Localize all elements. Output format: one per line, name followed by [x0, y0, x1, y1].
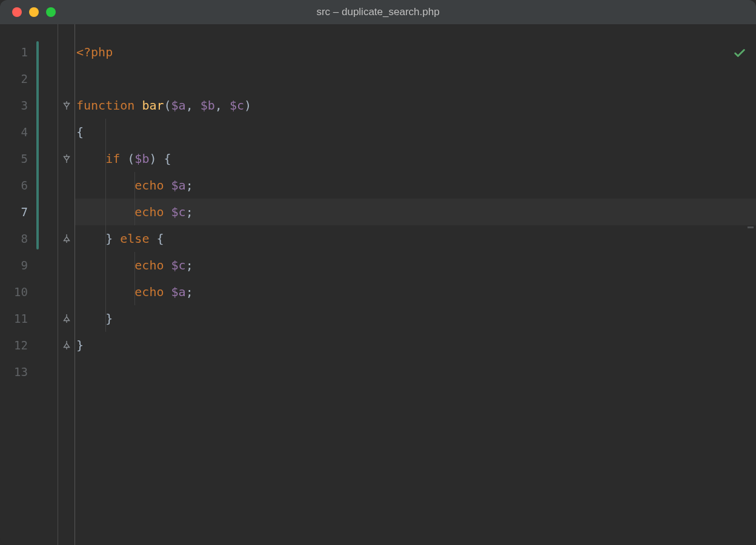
indent-guide	[134, 252, 135, 279]
code-token: {	[76, 119, 84, 145]
code-token: {	[164, 145, 171, 172]
code-token: if	[105, 145, 127, 172]
code-area[interactable]: <?phpfunction bar($a, $b, $c){ if ($b) {…	[75, 24, 756, 545]
code-token: {	[156, 225, 164, 252]
line-number[interactable]: 12	[0, 332, 28, 358]
editor-window: src – duplicate_search.php 1234567891011…	[0, 0, 756, 545]
code-line[interactable]: {	[75, 119, 756, 145]
code-token	[76, 305, 105, 332]
code-editor[interactable]: 12345678910111213 <?phpfunction bar($a, …	[0, 24, 756, 545]
code-token: $a	[171, 172, 186, 199]
code-token: $c	[230, 92, 244, 119]
code-token: <?php	[76, 39, 113, 65]
indent-guide	[105, 225, 106, 252]
fold-expand-icon[interactable]	[62, 234, 71, 243]
code-token: ;	[186, 252, 193, 279]
fold-collapse-icon[interactable]	[62, 154, 71, 163]
indent-guide	[105, 199, 106, 225]
window-title: src – duplicate_search.php	[0, 6, 756, 18]
line-number[interactable]: 11	[0, 305, 28, 332]
code-token: )	[149, 145, 164, 172]
code-token: echo	[134, 172, 171, 199]
gutter-line-numbers[interactable]: 12345678910111213	[0, 24, 36, 545]
code-line[interactable]: echo $a;	[75, 279, 756, 305]
indent-guide	[105, 305, 106, 332]
code-token	[76, 145, 105, 172]
line-number[interactable]: 6	[0, 172, 28, 199]
code-token: )	[244, 92, 251, 119]
indent-guide	[105, 172, 106, 199]
line-number[interactable]: 4	[0, 119, 28, 145]
code-line[interactable]	[75, 65, 756, 92]
code-token: }	[105, 305, 113, 332]
code-line[interactable]: } else {	[75, 225, 756, 252]
code-token: }	[105, 225, 113, 252]
indent-guide	[134, 279, 135, 305]
minimize-window-button[interactable]	[29, 7, 39, 17]
code-token: $b	[134, 145, 149, 172]
gutter-change-markers[interactable]	[36, 24, 58, 545]
code-token: }	[76, 332, 84, 358]
fold-expand-icon[interactable]	[62, 314, 71, 323]
code-line[interactable]: function bar($a, $b, $c)	[75, 92, 756, 119]
code-token: $c	[171, 199, 186, 225]
indent-guide	[134, 199, 135, 225]
code-line[interactable]: if ($b) {	[75, 145, 756, 172]
indent-guide	[105, 145, 106, 172]
code-token: $a	[171, 92, 186, 119]
code-token: $a	[171, 279, 186, 305]
line-number[interactable]: 1	[0, 39, 28, 65]
code-token: echo	[134, 199, 171, 225]
code-token: echo	[134, 279, 171, 305]
gutter-fold-markers[interactable]	[58, 24, 75, 545]
code-token: ,	[215, 92, 230, 119]
code-token: ,	[186, 92, 201, 119]
line-number[interactable]: 13	[0, 358, 28, 385]
code-token: ;	[186, 172, 193, 199]
indent-guide	[134, 172, 135, 199]
code-token: ;	[186, 279, 193, 305]
line-number[interactable]: 8	[0, 225, 28, 252]
indent-guide	[105, 279, 106, 305]
line-number[interactable]: 2	[0, 65, 28, 92]
code-token: $c	[171, 252, 186, 279]
fold-collapse-icon[interactable]	[62, 101, 71, 110]
code-token: bar	[142, 92, 164, 119]
code-token: $b	[201, 92, 215, 119]
code-token: else	[113, 225, 156, 252]
code-token	[76, 225, 105, 252]
fold-expand-icon[interactable]	[62, 341, 71, 349]
code-token: (	[164, 92, 171, 119]
window-controls	[0, 7, 56, 17]
code-line[interactable]: <?php	[75, 39, 756, 65]
line-number[interactable]: 5	[0, 145, 28, 172]
zoom-window-button[interactable]	[46, 7, 56, 17]
code-line[interactable]: echo $a;	[75, 172, 756, 199]
code-token: function	[76, 92, 142, 119]
titlebar[interactable]: src – duplicate_search.php	[0, 0, 756, 24]
code-line[interactable]: echo $c;	[75, 252, 756, 279]
code-line[interactable]: }	[75, 332, 756, 358]
code-line[interactable]: }	[75, 305, 756, 332]
code-token: ;	[186, 199, 193, 225]
line-number[interactable]: 3	[0, 92, 28, 119]
line-number[interactable]: 10	[0, 279, 28, 305]
code-token: echo	[134, 252, 171, 279]
close-window-button[interactable]	[12, 7, 22, 17]
code-line[interactable]: echo $c;	[75, 199, 756, 225]
indent-guide	[105, 119, 106, 145]
code-token: (	[127, 145, 134, 172]
line-number[interactable]: 9	[0, 252, 28, 279]
indent-guide	[105, 252, 106, 279]
code-line[interactable]	[75, 358, 756, 385]
line-number[interactable]: 7	[0, 199, 28, 225]
